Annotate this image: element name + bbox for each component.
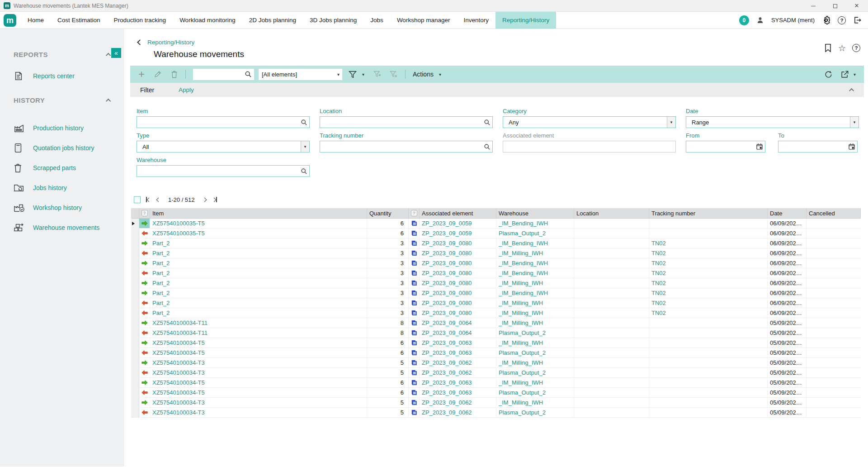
tracking-number-cell[interactable] [649, 229, 768, 238]
search-icon[interactable] [301, 119, 307, 126]
next-page-button[interactable] [202, 198, 207, 201]
tracking-number-cell[interactable]: TN02 [649, 238, 768, 248]
warehouse-cell[interactable]: _IM_Milling_IWH [496, 278, 574, 288]
tracking-filter-input[interactable] [322, 143, 484, 150]
table-row[interactable]: XZ57540100034-T5 6 ZP_2023_09_0063 _IM_M… [131, 378, 861, 388]
row-selector-cell[interactable] [131, 298, 139, 308]
associated-element-cell[interactable]: ZP_2023_09_0080 [420, 288, 496, 298]
column-header-item[interactable]: Item [150, 208, 367, 218]
row-selector-cell[interactable] [131, 219, 139, 228]
assoc-column-header[interactable]: ? [409, 208, 420, 218]
associated-element-cell[interactable]: ZP_2023_09_0080 [420, 298, 496, 308]
search-icon[interactable] [484, 143, 491, 150]
warehouse-cell[interactable]: Plasma_Output_2 [496, 229, 574, 238]
row-selector-cell[interactable] [131, 398, 139, 407]
tracking-number-cell[interactable]: TN02 [649, 278, 768, 288]
warehouse-cell[interactable]: Plasma_Output_2 [496, 348, 574, 357]
associated-element-cell[interactable]: ZP_2023_09_0063 [420, 378, 496, 387]
date-filter-select[interactable]: Range ▾ [686, 116, 859, 128]
row-selector-cell[interactable] [131, 258, 139, 268]
tracking-number-cell[interactable] [649, 219, 768, 228]
open-external-icon[interactable] [839, 68, 851, 80]
item-cell[interactable]: Part_2 [150, 268, 367, 278]
associated-element-cell[interactable]: ZP_2023_09_0063 [420, 388, 496, 397]
warehouse-cell[interactable]: _IM_Milling_IWH [496, 358, 574, 367]
associated-element-cell[interactable]: ZP_2023_09_0080 [420, 308, 496, 318]
tracking-number-cell[interactable]: TN02 [649, 308, 768, 318]
nav-item-workshop-manager[interactable]: Workshop manager [390, 12, 457, 29]
table-row[interactable]: Part_2 3 ZP_2023_09_0080 _IM_Bending_IWH… [131, 268, 861, 278]
search-icon[interactable] [484, 119, 491, 126]
column-header-quantity[interactable]: Quantity [367, 208, 409, 218]
from-date-input[interactable] [688, 143, 756, 150]
last-page-button[interactable] [212, 197, 218, 202]
user-avatar-icon[interactable] [756, 16, 764, 24]
column-header-cancelled[interactable]: Cancelled [807, 208, 861, 218]
item-cell[interactable]: Part_2 [150, 258, 367, 268]
row-selector-cell[interactable] [131, 328, 139, 338]
add-button[interactable]: + [136, 68, 147, 80]
table-row[interactable]: Part_2 3 ZP_2023_09_0080 _IM_Bending_IWH… [131, 238, 861, 248]
item-cell[interactable]: XZ57540100034-T5 [150, 388, 367, 397]
column-help-icon[interactable]: ? [142, 210, 148, 216]
table-row[interactable]: Part_2 3 ZP_2023_09_0080 _IM_Bending_IWH… [131, 258, 861, 268]
tracking-number-cell[interactable]: TN02 [649, 248, 768, 258]
tracking-number-cell[interactable] [649, 358, 768, 367]
table-row[interactable]: Part_2 3 ZP_2023_09_0080 _IM_Milling_IWH… [131, 278, 861, 288]
item-filter-input[interactable] [139, 119, 301, 126]
row-selector-cell[interactable] [131, 368, 139, 377]
associated-element-cell[interactable]: ZP_2023_09_0064 [420, 328, 496, 338]
location-filter-input[interactable] [322, 119, 484, 126]
associated-element-cell[interactable]: ZP_2023_09_0064 [420, 318, 496, 328]
calendar-icon[interactable] [848, 143, 855, 150]
export-options-caret[interactable]: ▾ [851, 72, 859, 77]
breadcrumb[interactable]: Reporting/History [138, 39, 864, 46]
filter-options-caret[interactable]: ▾ [359, 72, 367, 77]
breadcrumb-link[interactable]: Reporting/History [147, 39, 194, 46]
page-help-icon[interactable]: ? [852, 44, 860, 52]
prev-page-button[interactable] [156, 198, 161, 201]
table-row[interactable]: XZ57540100035-T5 6 ZP_2023_09_0059 _IM_B… [131, 219, 861, 229]
sidebar-item-production-history[interactable]: Production history [0, 119, 124, 138]
tracking-number-cell[interactable] [649, 388, 768, 397]
sidebar-collapse-button[interactable]: « [111, 48, 121, 58]
favorite-star-icon[interactable]: ☆ [838, 44, 846, 52]
item-cell[interactable]: XZ57540100034-T3 [150, 408, 367, 417]
tracking-number-cell[interactable] [649, 318, 768, 328]
warehouse-filter-input[interactable] [139, 168, 301, 175]
tracking-number-cell[interactable]: TN02 [649, 258, 768, 268]
sidebar-item-workshop-history[interactable]: Workshop history [0, 198, 124, 217]
warehouse-cell[interactable]: _IM_Milling_IWH [496, 338, 574, 348]
nav-item-reporting-history[interactable]: Reporting/History [495, 12, 556, 29]
to-date-input[interactable] [780, 143, 848, 150]
table-row[interactable]: Part_2 3 ZP_2023_09_0080 _IM_Milling_IWH… [131, 298, 861, 308]
associated-element-cell[interactable]: ZP_2023_09_0063 [420, 338, 496, 348]
table-row[interactable]: XZ57540100034-T5 6 ZP_2023_09_0063 Plasm… [131, 348, 861, 358]
table-row[interactable]: XZ57540100034-T11 8 ZP_2023_09_0064 Plas… [131, 328, 861, 338]
row-selector-cell[interactable] [131, 318, 139, 328]
associated-element-cell[interactable]: ZP_2023_09_0080 [420, 258, 496, 268]
associated-element-cell[interactable]: ZP_2023_09_0059 [420, 219, 496, 228]
back-chevron-icon[interactable] [137, 39, 143, 45]
maximize-button[interactable] [827, 2, 843, 9]
item-cell[interactable]: Part_2 [150, 308, 367, 318]
table-row[interactable]: XZ57540100034-T5 6 ZP_2023_09_0063 Plasm… [131, 388, 861, 398]
search-icon[interactable] [245, 71, 252, 78]
nav-item-home[interactable]: Home [21, 12, 51, 29]
row-selector-cell[interactable] [131, 278, 139, 288]
tracking-number-cell[interactable] [649, 368, 768, 377]
associated-filter-input[interactable] [505, 143, 674, 150]
tracking-number-cell[interactable] [649, 348, 768, 357]
filter-apply-button[interactable]: Apply [179, 86, 194, 93]
nav-item-workload-monitoring[interactable]: Workload monitoring [173, 12, 242, 29]
table-row[interactable]: Part_2 3 ZP_2023_09_0080 _IM_Bending_IWH… [131, 288, 861, 298]
column-header-tracking-number[interactable]: Tracking number [649, 208, 768, 218]
associated-element-cell[interactable]: ZP_2023_09_0080 [420, 278, 496, 288]
category-filter-select[interactable]: Any ▾ [503, 116, 676, 128]
table-row[interactable]: Part_2 3 ZP_2023_09_0080 _IM_Milling_IWH… [131, 248, 861, 258]
help-icon[interactable]: ? [838, 16, 846, 24]
search-icon[interactable] [301, 168, 307, 175]
row-selector-cell[interactable] [131, 238, 139, 248]
chevron-down-icon[interactable]: ▾ [850, 117, 859, 128]
warehouse-cell[interactable]: Plasma_Output_2 [496, 388, 574, 397]
